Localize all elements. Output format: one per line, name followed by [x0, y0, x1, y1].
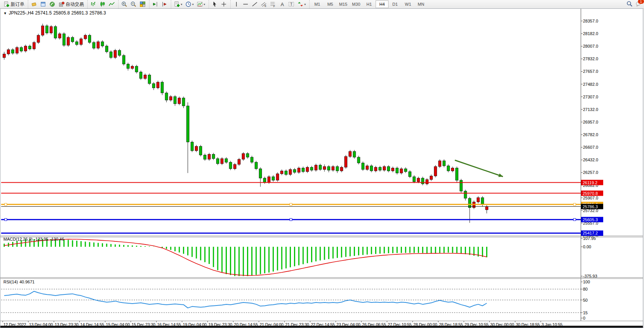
timeframe-m5[interactable]: M5 — [324, 0, 337, 8]
svg-text:26607.0: 26607.0 — [583, 145, 598, 150]
zoom-out-icon — [130, 1, 137, 7]
chart-low-value: 25691.3 — [71, 10, 88, 16]
text-button[interactable]: A — [278, 0, 287, 8]
cursor-button[interactable] — [210, 0, 219, 8]
timeframe-w1[interactable]: W1 — [401, 0, 414, 8]
tile-windows-button[interactable] — [138, 0, 147, 8]
timeframe-m15[interactable]: M15 — [337, 0, 350, 8]
text-label-button[interactable]: T — [287, 0, 296, 8]
macd-name: MACD(12,26,9) — [3, 237, 32, 241]
timeframe-h1[interactable]: H1 — [363, 0, 376, 8]
bar-chart-icon — [90, 1, 96, 7]
indicators-button[interactable]: ▾ — [195, 0, 207, 8]
rsi-value: 40.9671 — [19, 280, 35, 284]
svg-text:28357.0: 28357.0 — [583, 19, 598, 23]
zoom-in-button[interactable] — [120, 0, 129, 8]
autotrading-icon — [58, 1, 64, 7]
horizontal-line-icon — [243, 1, 249, 7]
notification-badge: 1 — [638, 0, 644, 4]
new-chart-icon — [174, 1, 180, 7]
toolbar-group: EFAT▾ — [230, 0, 308, 8]
zoom-out-button[interactable] — [129, 0, 138, 8]
main-toolbar: 新订单自动交易▾▾▾EFAT▾M1M5M15M30H1H4D1W1MN1 — [0, 0, 644, 9]
svg-text:-375.93: -375.93 — [583, 274, 597, 278]
toolbar-group — [87, 0, 117, 8]
toolbar-group: 自动交易 — [28, 0, 87, 8]
vertical-line-button[interactable] — [232, 0, 241, 8]
timeframe-mn[interactable]: MN — [414, 0, 427, 8]
timeframe-m30[interactable]: M30 — [350, 0, 363, 8]
cursor-icon — [212, 1, 218, 7]
arrows-button[interactable]: ▾ — [296, 0, 307, 8]
svg-text:T: T — [290, 2, 292, 6]
autotrading-button[interactable]: 自动交易 — [57, 0, 85, 8]
chart-open-value: 25741.5 — [35, 10, 51, 16]
timeframe-d1[interactable]: D1 — [389, 0, 401, 8]
chart-title-bar: ▼JPN225-,H425741.525805.825691.325786.3 — [3, 10, 108, 16]
svg-text:27832.0: 27832.0 — [583, 56, 598, 61]
svg-text:27482.0: 27482.0 — [583, 82, 598, 87]
svg-text:27657.0: 27657.0 — [583, 69, 598, 74]
timeframe-m1[interactable]: M1 — [311, 0, 324, 8]
svg-text:28182.0: 28182.0 — [583, 31, 598, 36]
chart-canvas[interactable]: 28357.028182.028007.027832.027657.027482… — [0, 9, 643, 328]
zoom-in-icon — [121, 1, 127, 7]
svg-text:A: A — [281, 2, 284, 7]
indicators-icon — [197, 1, 203, 7]
metaeditor-icon — [31, 1, 37, 7]
search-icon[interactable] — [626, 1, 633, 8]
svg-text:100: 100 — [583, 280, 590, 284]
line-chart-icon — [109, 1, 115, 7]
equidistant-channel-button[interactable]: E — [259, 0, 268, 8]
notifications-icon[interactable]: 1 — [636, 1, 642, 8]
chevron-down-icon: ▾ — [204, 3, 205, 6]
svg-text:27132.0: 27132.0 — [583, 107, 598, 112]
text-label-icon: T — [288, 1, 294, 7]
svg-text:26957.0: 26957.0 — [583, 120, 598, 124]
periods-icon — [185, 1, 191, 7]
metaeditor-button[interactable] — [29, 0, 39, 8]
crosshair-icon — [221, 1, 227, 7]
signals-button[interactable] — [48, 0, 57, 8]
new-chart-button[interactable]: ▾ — [172, 0, 184, 8]
auto-scroll-icon — [152, 1, 158, 7]
bar-chart-button[interactable] — [89, 0, 98, 8]
new-order-button[interactable]: 新订单 — [2, 0, 26, 8]
macd-indicator-label: MACD(12,26,9)-133.95-130.46 — [3, 237, 66, 241]
fibonacci-icon: F — [270, 1, 276, 7]
timeframe-group: M1M5M15M30H1H4D1W1MN — [309, 0, 429, 8]
fibonacci-button[interactable]: F — [268, 0, 278, 8]
svg-text:26782.0: 26782.0 — [583, 132, 598, 137]
svg-text:15: 15 — [583, 310, 588, 315]
timeframe-h4[interactable]: H4 — [376, 0, 389, 8]
svg-text:28007.0: 28007.0 — [583, 44, 598, 48]
svg-text:0.00: 0.00 — [583, 244, 591, 249]
macd-signal-value: -130.46 — [50, 237, 64, 241]
candlestick-chart-button[interactable] — [98, 0, 107, 8]
chevron-down-icon: ▾ — [181, 3, 182, 6]
svg-text:50: 50 — [583, 298, 588, 302]
terminal-button[interactable] — [39, 0, 48, 8]
svg-text:27307.0: 27307.0 — [583, 95, 598, 99]
periods-button[interactable]: ▾ — [184, 0, 195, 8]
vertical-line-icon — [233, 1, 239, 7]
chart-shift-icon — [161, 1, 167, 7]
chart-expand-icon[interactable]: ▼ — [3, 11, 7, 15]
chart-symbol-period: JPN225-,H4 — [9, 10, 34, 16]
auto-scroll-button[interactable] — [151, 0, 160, 8]
svg-text:26257.0: 26257.0 — [583, 170, 598, 175]
macd-main-value: -133.95 — [34, 237, 48, 241]
crosshair-button[interactable] — [219, 0, 228, 8]
trendline-button[interactable] — [250, 0, 259, 8]
new-order-button-label: 新订单 — [11, 1, 24, 8]
tile-windows-icon — [140, 1, 146, 7]
mt4-application: 新订单自动交易▾▾▾EFAT▾M1M5M15M30H1H4D1W1MN1 ▼JP… — [0, 0, 644, 328]
line-chart-button[interactable] — [107, 0, 116, 8]
svg-text:F: F — [273, 5, 275, 8]
chevron-down-icon: ▾ — [304, 3, 306, 6]
horizontal-line-button[interactable] — [241, 0, 250, 8]
svg-text:25970.8: 25970.8 — [583, 191, 598, 196]
text-icon: A — [279, 1, 285, 7]
chart-shift-button[interactable] — [160, 0, 169, 8]
svg-text:107.95: 107.95 — [583, 236, 596, 241]
